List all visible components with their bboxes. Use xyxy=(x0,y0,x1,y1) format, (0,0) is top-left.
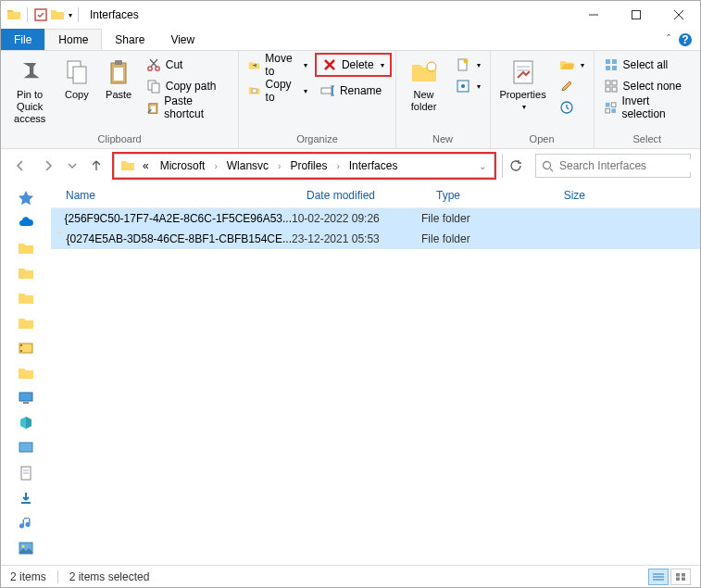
breadcrumb-item[interactable]: Interfaces xyxy=(345,157,402,174)
nav-documents[interactable] xyxy=(18,465,34,482)
ribbon-group-new: New folder ▾ ▾ New xyxy=(396,51,491,148)
rename-icon xyxy=(320,83,335,98)
nav-downloads[interactable] xyxy=(18,490,34,507)
close-button[interactable] xyxy=(657,1,700,29)
file-row[interactable]: {256F9C50-17F7-4A2E-8C6C-1F5CE96A53... 1… xyxy=(51,208,700,229)
group-label: Open xyxy=(496,131,588,146)
new-item-button[interactable]: ▾ xyxy=(452,55,484,75)
breadcrumb-overflow[interactable]: « xyxy=(139,157,153,174)
qat-newfolder-icon[interactable] xyxy=(50,7,65,22)
help-icon[interactable]: ? xyxy=(678,32,693,47)
group-label: New xyxy=(402,131,484,146)
tab-view[interactable]: View xyxy=(157,29,207,50)
cut-button[interactable]: Cut xyxy=(143,55,233,75)
breadcrumb-item[interactable]: Profiles xyxy=(286,157,331,174)
file-row[interactable]: {0274E5AB-3D58-46CE-8BF1-CBFB154CE... 23… xyxy=(51,229,700,249)
pin-to-quick-access-button[interactable]: Pin to Quick access xyxy=(6,55,53,129)
chevron-right-icon[interactable]: › xyxy=(334,161,341,171)
file-date: 10-02-2022 09:26 xyxy=(292,212,421,225)
nav-folder[interactable] xyxy=(18,240,34,256)
tab-share[interactable]: Share xyxy=(102,29,157,50)
search-input[interactable] xyxy=(559,159,698,172)
address-dropdown-icon[interactable]: ⌄ xyxy=(477,161,488,171)
edit-button[interactable] xyxy=(556,76,588,96)
paste-shortcut-button[interactable]: Paste shortcut xyxy=(143,97,233,118)
address-bar[interactable]: « Microsoft › Wlansvc › Profiles › Inter… xyxy=(114,154,494,178)
properties-button[interactable]: Properties ▾ xyxy=(496,55,550,114)
ribbon-collapse-icon[interactable]: ˆ xyxy=(667,33,670,46)
breadcrumb-item[interactable]: Microsoft xyxy=(156,157,209,174)
nav-pictures[interactable] xyxy=(18,540,34,557)
back-button[interactable] xyxy=(10,156,31,176)
titlebar: ▾ Interfaces xyxy=(1,1,700,29)
view-large-icons-button[interactable] xyxy=(670,569,691,585)
chevron-down-icon: ▾ xyxy=(381,61,384,69)
titlebar-left: ▾ Interfaces xyxy=(6,7,139,22)
properties-icon xyxy=(508,57,538,87)
copy-path-button[interactable]: Copy path xyxy=(143,76,233,96)
svg-rect-43 xyxy=(611,102,616,106)
status-bar: 2 items 2 items selected xyxy=(1,565,700,587)
copy-button[interactable]: Copy xyxy=(58,55,94,104)
maximize-button[interactable] xyxy=(615,1,657,29)
nav-folder[interactable] xyxy=(18,315,34,332)
nav-pane xyxy=(1,182,51,565)
nav-desktop[interactable] xyxy=(18,440,34,457)
minimize-button[interactable] xyxy=(572,1,615,29)
paste-shortcut-icon xyxy=(146,100,160,115)
easy-access-button[interactable]: ▾ xyxy=(452,76,484,96)
chevron-right-icon[interactable]: › xyxy=(276,161,282,171)
open-button[interactable]: ▾ xyxy=(556,55,588,75)
scissors-icon xyxy=(146,57,161,72)
search-box[interactable] xyxy=(535,154,691,178)
ribbon-tabs: File Home Share View ˆ ? xyxy=(1,29,700,51)
file-name: {256F9C50-17F7-4A2E-8C6C-1F5CE96A53... xyxy=(65,212,292,225)
invert-selection-button[interactable]: Invert selection xyxy=(600,97,695,118)
rename-button[interactable]: Rename xyxy=(317,81,390,101)
nav-music[interactable] xyxy=(18,515,34,532)
copy-to-button[interactable]: Copy to▾ xyxy=(244,81,311,101)
chevron-right-icon[interactable]: › xyxy=(212,161,219,171)
qat-properties-icon[interactable] xyxy=(33,7,48,22)
refresh-button[interactable] xyxy=(502,154,528,178)
svg-point-46 xyxy=(544,161,551,169)
up-button[interactable] xyxy=(86,156,106,176)
nav-3d-objects[interactable] xyxy=(18,415,34,432)
svg-line-15 xyxy=(150,59,156,67)
col-date[interactable]: Date modified xyxy=(299,189,429,202)
breadcrumb-item[interactable]: Wlansvc xyxy=(223,157,272,174)
history-icon xyxy=(559,100,574,115)
file-list: Name Date modified Type Size {256F9C50-1… xyxy=(51,182,700,565)
nav-this-pc[interactable] xyxy=(18,390,34,407)
delete-button[interactable]: Delete▾ xyxy=(317,55,390,75)
svg-rect-65 xyxy=(682,573,685,577)
history-button[interactable] xyxy=(556,97,588,118)
col-name[interactable]: Name xyxy=(58,189,299,202)
move-to-button[interactable]: Move to▾ xyxy=(244,55,311,75)
nav-folder[interactable] xyxy=(18,290,34,307)
svg-rect-42 xyxy=(605,102,609,106)
recent-locations-button[interactable] xyxy=(66,156,79,176)
column-headers: Name Date modified Type Size xyxy=(51,182,700,208)
svg-rect-44 xyxy=(605,108,609,113)
col-size[interactable]: Size xyxy=(529,189,594,202)
qat-dropdown-icon[interactable]: ▾ xyxy=(69,11,72,19)
new-folder-button[interactable]: New folder xyxy=(402,55,446,116)
nav-videos[interactable] xyxy=(18,340,34,357)
svg-point-12 xyxy=(148,67,152,70)
view-details-button[interactable] xyxy=(648,569,669,585)
tab-home[interactable]: Home xyxy=(44,29,102,50)
delete-x-icon xyxy=(322,57,337,72)
col-type[interactable]: Type xyxy=(429,189,529,202)
nav-onedrive[interactable] xyxy=(18,215,34,231)
tab-file[interactable]: File xyxy=(1,29,44,50)
svg-rect-40 xyxy=(606,87,610,92)
copy-to-icon xyxy=(248,83,260,98)
select-none-button[interactable]: Select none xyxy=(600,76,695,96)
forward-button[interactable] xyxy=(38,156,58,176)
nav-quick-access[interactable] xyxy=(18,190,34,206)
select-all-button[interactable]: Select all xyxy=(600,55,695,75)
paste-button[interactable]: Paste xyxy=(101,55,137,104)
nav-folder[interactable] xyxy=(18,365,34,382)
nav-folder[interactable] xyxy=(18,265,34,281)
